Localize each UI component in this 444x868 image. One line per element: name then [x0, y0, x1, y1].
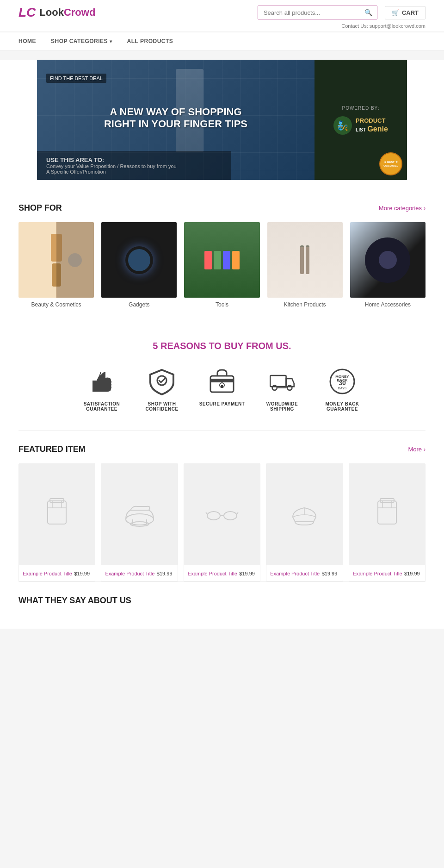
- product-title-3: Example Product Title: [188, 571, 237, 576]
- truck-icon: [266, 365, 298, 398]
- product-title-5: Example Product Title: [353, 571, 402, 576]
- hero-banner: FIND THE BEST DEAL A NEW WAY OF SHOPPING…: [37, 60, 407, 180]
- shop-for-title: SHOP FOR: [18, 203, 62, 213]
- hero-detail1: Convey your Value Proposition / Reasons …: [46, 163, 222, 169]
- shop-for-header: SHOP FOR More categories ›: [18, 203, 426, 213]
- nav-home-label: HOME: [18, 38, 36, 44]
- reason-secure: SECURE PAYMENT: [199, 365, 245, 412]
- plg-icon: 🧞: [333, 116, 352, 135]
- reasons-title: 5 REASONS TO BUY FROM US.: [18, 341, 426, 351]
- product-image-4: [266, 464, 342, 565]
- product-price-1: $19.99: [74, 571, 90, 576]
- svg-point-28: [224, 512, 237, 520]
- svg-line-30: [206, 512, 207, 514]
- shop-for-more-link[interactable]: More categories ›: [379, 205, 426, 212]
- hero-find-text: FIND THE BEST DEAL: [46, 74, 106, 83]
- main-content: FIND THE BEST DEAL A NEW WAY OF SHOPPING…: [0, 60, 444, 582]
- hero-title-line2: RIGHT IN YOUR FINGER TIPS: [56, 118, 296, 130]
- product-info-5: Example Product Title $19.99: [349, 565, 425, 581]
- logo-text: LookCrowd: [39, 6, 95, 19]
- plg-logo: 🧞 PRODUCTLIST Genie: [333, 116, 388, 135]
- featured-more-link[interactable]: More ›: [408, 446, 426, 453]
- reasons-icons: SATISFACTION GUARANTEE SHOP WITH CONFIDE…: [18, 365, 426, 412]
- chevron-down-icon: ▾: [110, 39, 112, 44]
- product-info-2: Example Product Title $19.99: [101, 565, 177, 581]
- featured-header: FEATURED ITEM More ›: [18, 444, 426, 454]
- header-right: 🔍 🛒 CART: [258, 6, 426, 19]
- svg-rect-8: [221, 385, 223, 388]
- cart-label: CART: [402, 9, 419, 16]
- reason-secure-label: SECURE PAYMENT: [199, 401, 245, 406]
- category-gadgets-label: Gadgets: [101, 301, 177, 308]
- hero-detail2: A Specific Offer/Promotion: [46, 169, 222, 175]
- reason-shipping-label: WORLDWIDE SHIPPING: [259, 401, 305, 412]
- reasons-section: 5 REASONS TO BUY FROM US. SATISFACTION G…: [18, 322, 426, 431]
- featured-title: FEATURED ITEM: [18, 444, 86, 454]
- cart-button[interactable]: 🛒 CART: [385, 6, 426, 19]
- svg-rect-33: [378, 501, 396, 524]
- product-card-5[interactable]: Example Product Title $19.99: [349, 463, 426, 581]
- best-badge: ★ BEST ★ GUARANTEE: [379, 152, 402, 175]
- hero-subtitle: USE THIS AREA TO:: [46, 156, 222, 163]
- reason-money-back: MONEY BACK 30 DAYS MONEY BACK GUARANTEE: [319, 365, 365, 412]
- thumbs-up-icon: [86, 365, 118, 398]
- svg-line-31: [237, 512, 238, 514]
- reason-confidence-label: SHOP WITH CONFIDENCE: [139, 401, 185, 412]
- product-image-2: [101, 464, 177, 565]
- search-input[interactable]: [258, 6, 360, 19]
- testimonials-section: WHAT THEY SAY ABOUT US: [0, 582, 444, 629]
- product-card-1[interactable]: Example Product Title $19.99: [18, 463, 95, 581]
- product-price-3: $19.99: [239, 571, 255, 576]
- featured-section: FEATURED ITEM More › Example Product Tit…: [18, 431, 426, 582]
- category-beauty[interactable]: Beauty & Cosmetics: [18, 222, 94, 308]
- nav-item-home[interactable]: HOME: [18, 32, 43, 50]
- product-info-1: Example Product Title $19.99: [19, 565, 95, 581]
- nav-item-all-products[interactable]: ALL PRODUCTS: [120, 32, 181, 50]
- category-tools-label: Tools: [184, 301, 259, 308]
- product-price-4: $19.99: [322, 571, 338, 576]
- reason-confidence: SHOP WITH CONFIDENCE: [139, 365, 185, 412]
- category-gadgets-image: [101, 222, 177, 298]
- category-home[interactable]: Home Accessories: [350, 222, 426, 308]
- svg-rect-18: [48, 501, 66, 524]
- category-kitchen[interactable]: Kitchen Products: [267, 222, 343, 308]
- product-image-3: [184, 464, 260, 565]
- svg-rect-9: [270, 375, 286, 387]
- svg-text:DAYS: DAYS: [338, 387, 347, 390]
- nav-item-shop-categories[interactable]: SHOP CATEGORIES ▾: [43, 32, 120, 50]
- contact-bar: Contact Us: support@lookcrowd.com: [18, 23, 426, 31]
- category-tools[interactable]: Tools: [184, 222, 259, 308]
- category-gadgets[interactable]: Gadgets: [101, 222, 177, 308]
- product-price-5: $19.99: [404, 571, 420, 576]
- svg-rect-1: [306, 246, 309, 274]
- powered-by-label: POWERED BY:: [342, 106, 379, 111]
- product-title-4: Example Product Title: [270, 571, 320, 576]
- main-nav: HOME SHOP CATEGORIES ▾ ALL PRODUCTS: [0, 32, 444, 50]
- product-info-4: Example Product Title $19.99: [266, 565, 342, 581]
- reason-money-back-label: MONEY BACK GUARANTEE: [319, 401, 365, 412]
- product-price-2: $19.99: [157, 571, 173, 576]
- product-title-1: Example Product Title: [23, 571, 72, 576]
- product-card-3[interactable]: Example Product Title $19.99: [184, 463, 260, 581]
- reason-satisfaction-label: SATISFACTION GUARANTEE: [79, 401, 125, 412]
- category-home-image: [350, 222, 426, 298]
- money-back-icon: MONEY BACK 30 DAYS: [326, 365, 358, 398]
- hero-right: POWERED BY: 🧞 PRODUCTLIST Genie ★ BEST ★…: [314, 60, 407, 180]
- categories-grid: Beauty & Cosmetics Gadgets: [18, 222, 426, 308]
- product-image-5: [349, 464, 425, 565]
- category-kitchen-label: Kitchen Products: [267, 301, 343, 308]
- product-card-2[interactable]: Example Product Title $19.99: [101, 463, 178, 581]
- search-button[interactable]: 🔍: [360, 6, 377, 19]
- contact-text: Contact Us: support@lookcrowd.com: [341, 23, 426, 29]
- cart-icon: 🛒: [392, 9, 399, 16]
- category-kitchen-image: [267, 222, 343, 298]
- shop-for-section: SHOP FOR More categories › Beauty & Cosm…: [18, 189, 426, 322]
- category-tools-image: [184, 222, 259, 298]
- logo[interactable]: LC LookCrowd: [18, 6, 95, 19]
- svg-point-3: [306, 245, 309, 247]
- product-card-4[interactable]: Example Product Title $19.99: [266, 463, 343, 581]
- nav-all-products-label: ALL PRODUCTS: [127, 38, 173, 44]
- lock-card-icon: [206, 365, 238, 398]
- reason-shipping: WORLDWIDE SHIPPING: [259, 365, 305, 412]
- reason-satisfaction: SATISFACTION GUARANTEE: [79, 365, 125, 412]
